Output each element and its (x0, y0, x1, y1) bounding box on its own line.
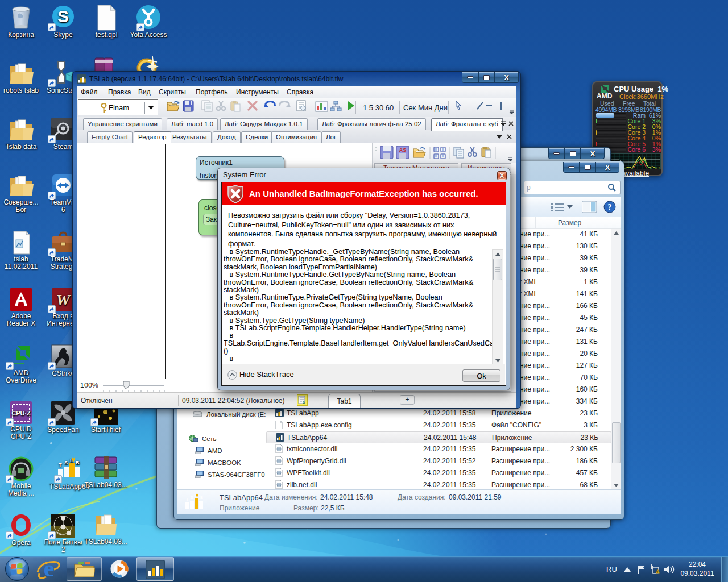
svg-text:CPU·Z: CPU·Z (11, 410, 31, 417)
svg-text:S: S (191, 496, 193, 500)
svg-text:S: S (64, 460, 68, 465)
svg-text:AS: AS (399, 147, 407, 153)
svg-text:T: T (59, 462, 62, 468)
svg-text:!: ! (657, 570, 659, 573)
svg-text:B: B (76, 460, 80, 465)
svg-text:W: W (56, 291, 72, 309)
svg-text:6: 6 (303, 400, 305, 404)
svg-text:S: S (57, 7, 69, 26)
svg-text:?: ? (608, 203, 612, 211)
svg-text:T: T (186, 497, 189, 501)
svg-text:B: B (200, 496, 203, 500)
